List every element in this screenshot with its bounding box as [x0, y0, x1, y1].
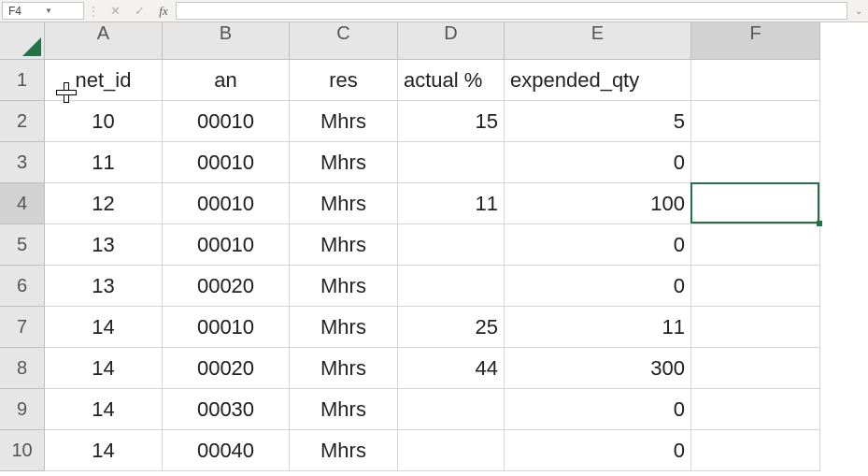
- cell-B6[interactable]: 00020: [163, 266, 290, 307]
- insert-function-button[interactable]: fx: [151, 0, 176, 22]
- cell-C3[interactable]: Mhrs: [290, 142, 398, 183]
- row-header-3[interactable]: 3: [0, 142, 45, 183]
- cell-A2[interactable]: 10: [45, 101, 163, 142]
- cell-B2[interactable]: 00010: [163, 101, 290, 142]
- cell-B9[interactable]: 00030: [163, 389, 290, 430]
- column-header-D[interactable]: D: [398, 22, 505, 60]
- formula-bar-separator: ⋮: [84, 0, 103, 22]
- cell-E7[interactable]: 11: [505, 307, 691, 348]
- row-header-5[interactable]: 5: [0, 224, 45, 266]
- cell-E9[interactable]: 0: [505, 389, 691, 430]
- cell-A4[interactable]: 12: [45, 183, 163, 224]
- cell-A3[interactable]: 11: [45, 142, 163, 183]
- cell-A7[interactable]: 14: [45, 307, 163, 348]
- cell-B3[interactable]: 00010: [163, 142, 290, 183]
- cell-D10[interactable]: [398, 430, 505, 471]
- cell-B1[interactable]: an: [163, 60, 290, 101]
- column-header-F[interactable]: F: [691, 22, 820, 60]
- cell-A6[interactable]: 13: [45, 266, 163, 307]
- cell-F4[interactable]: [691, 183, 820, 224]
- row-header-6[interactable]: 6: [0, 266, 45, 307]
- cell-A1[interactable]: net_id: [45, 60, 163, 101]
- column-header-E[interactable]: E: [505, 22, 691, 60]
- cell-A5[interactable]: 13: [45, 224, 163, 266]
- row-header-9[interactable]: 9: [0, 389, 45, 430]
- cell-D6[interactable]: [398, 266, 505, 307]
- column-header-C[interactable]: C: [290, 22, 398, 60]
- cell-F7[interactable]: [691, 307, 820, 348]
- cell-F3[interactable]: [691, 142, 820, 183]
- cell-C5[interactable]: Mhrs: [290, 224, 398, 266]
- cell-C9[interactable]: Mhrs: [290, 389, 398, 430]
- cell-C8[interactable]: Mhrs: [290, 348, 398, 389]
- cell-D7[interactable]: 25: [398, 307, 505, 348]
- row-header-2[interactable]: 2: [0, 101, 45, 142]
- cell-F9[interactable]: [691, 389, 820, 430]
- cell-D1[interactable]: actual %: [398, 60, 505, 101]
- cell-C6[interactable]: Mhrs: [290, 266, 398, 307]
- cell-B8[interactable]: 00020: [163, 348, 290, 389]
- cell-C7[interactable]: Mhrs: [290, 307, 398, 348]
- cell-D8[interactable]: 44: [398, 348, 505, 389]
- row-header-4[interactable]: 4: [0, 183, 45, 224]
- formula-bar: F4 ▼ ⋮ ✕ ✓ fx ⌄: [0, 0, 868, 22]
- cell-E5[interactable]: 0: [505, 224, 691, 266]
- formula-cancel-button[interactable]: ✕: [103, 0, 127, 22]
- cell-E2[interactable]: 5: [505, 101, 691, 142]
- cell-D4[interactable]: 11: [398, 183, 505, 224]
- cell-F5[interactable]: [691, 224, 820, 266]
- cell-E6[interactable]: 0: [505, 266, 691, 307]
- row-header-1[interactable]: 1: [0, 60, 45, 101]
- cell-C4[interactable]: Mhrs: [290, 183, 398, 224]
- formula-enter-button[interactable]: ✓: [127, 0, 151, 22]
- cell-F8[interactable]: [691, 348, 820, 389]
- name-box-dropdown-icon[interactable]: ▼: [41, 7, 78, 15]
- cell-E1[interactable]: expended_qty: [505, 60, 691, 101]
- cell-B4[interactable]: 00010: [163, 183, 290, 224]
- cell-A8[interactable]: 14: [45, 348, 163, 389]
- name-box[interactable]: F4 ▼: [2, 2, 84, 20]
- cell-F1[interactable]: [691, 60, 820, 101]
- cell-D5[interactable]: [398, 224, 505, 266]
- row-header-8[interactable]: 8: [0, 348, 45, 389]
- formula-input[interactable]: [176, 2, 847, 20]
- cell-C1[interactable]: res: [290, 60, 398, 101]
- cell-D9[interactable]: [398, 389, 505, 430]
- cell-F6[interactable]: [691, 266, 820, 307]
- cell-D3[interactable]: [398, 142, 505, 183]
- cell-B10[interactable]: 00040: [163, 430, 290, 471]
- column-header-B[interactable]: B: [163, 22, 290, 60]
- cell-B5[interactable]: 00010: [163, 224, 290, 266]
- name-box-value: F4: [8, 5, 41, 18]
- cell-E3[interactable]: 0: [505, 142, 691, 183]
- grid[interactable]: ABCDEF1net_idanresactual %expended_qty21…: [0, 22, 868, 471]
- cell-D2[interactable]: 15: [398, 101, 505, 142]
- formula-bar-expand-icon[interactable]: ⌄: [849, 0, 868, 22]
- row-header-7[interactable]: 7: [0, 307, 45, 348]
- select-all-button[interactable]: [0, 22, 45, 60]
- column-header-A[interactable]: A: [45, 22, 163, 60]
- cell-C2[interactable]: Mhrs: [290, 101, 398, 142]
- cell-A9[interactable]: 14: [45, 389, 163, 430]
- cell-C10[interactable]: Mhrs: [290, 430, 398, 471]
- cell-E4[interactable]: 100: [505, 183, 691, 224]
- cell-A10[interactable]: 14: [45, 430, 163, 471]
- cell-E10[interactable]: 0: [505, 430, 691, 471]
- cell-F2[interactable]: [691, 101, 820, 142]
- cell-E8[interactable]: 300: [505, 348, 691, 389]
- cell-F10[interactable]: [691, 430, 820, 471]
- row-header-10[interactable]: 10: [0, 430, 45, 471]
- cell-B7[interactable]: 00010: [163, 307, 290, 348]
- spreadsheet: ABCDEF1net_idanresactual %expended_qty21…: [0, 22, 868, 471]
